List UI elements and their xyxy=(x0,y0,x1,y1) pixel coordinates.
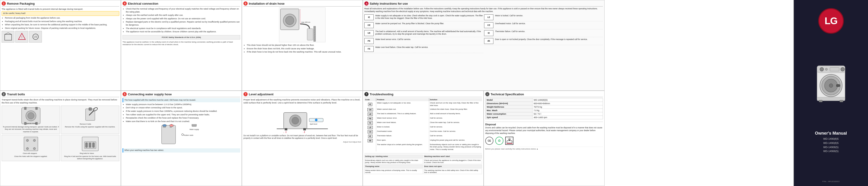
safety-row-oe: OE Water cannot be pumped out. The pump … xyxy=(364,22,483,29)
svg-point-36 xyxy=(26,147,29,150)
svg-rect-43 xyxy=(93,143,94,147)
drain-diagrams: max 100 cm xyxy=(243,7,361,42)
model-numbers: WD-1490(8)5 WD-1490(8)5 WD-14908(5) WD-1… xyxy=(815,137,847,153)
washer-svg xyxy=(812,61,849,103)
section-header-safety: ⚠ Safety instructions for use xyxy=(364,1,603,6)
safety-sym-te: tE xyxy=(484,30,493,36)
water-hose-note: The hose supplied with the machine must … xyxy=(123,98,240,102)
trouble-solution-4: Close the water tap. Call for service. xyxy=(429,121,482,125)
safety-intro: Read all instructions and explanations o… xyxy=(364,7,603,13)
svg-text:Hot: Hot xyxy=(170,126,172,128)
safety-sym-oe: OE xyxy=(364,22,374,28)
svg-text:Water supply: Water supply xyxy=(189,129,199,130)
trouble-row-4: FE Water over level failure. Close the w… xyxy=(364,121,482,125)
trouble-problem-9: The washer stops at a certain point duri… xyxy=(376,143,429,151)
svg-point-63 xyxy=(315,119,317,121)
section-title-troubleshooting: Troubleshooting xyxy=(370,93,394,96)
elec-bullet-6: The appliance must not be accessible by … xyxy=(126,30,240,33)
section-title-safety: Safety instructions for use xyxy=(370,2,408,5)
bottom-note: P/No. : MFL62182613 xyxy=(823,180,839,183)
trouble-row-5: LE Motor is locked. Call for service. xyxy=(364,125,482,129)
transit-diagram-1: special 4 bolts To prevent internal dama… xyxy=(2,105,60,134)
svg-text:Cold: Cold xyxy=(163,126,165,128)
trouble-thumping-text: Heavy woolen items may produce a thumpin… xyxy=(364,168,423,174)
trouble-row-7: tE Thermistor failure. Call for service. xyxy=(364,134,482,138)
spec-label-dims: Dimensions (W×D×H) xyxy=(486,102,532,105)
section-title-transit: Transit bolts xyxy=(7,93,25,96)
svg-text:special 4 bolts: special 4 bolts xyxy=(26,123,37,124)
safety-codes-grid: IE Water supply is not adequate or too s… xyxy=(364,14,603,54)
trouble-code-1: OE xyxy=(364,107,376,112)
trouble-solution-6: Cool the motor. Call for service. xyxy=(429,130,482,134)
svg-rect-41 xyxy=(86,143,87,147)
elec-bullet-2: Always use the earthed socket with the e… xyxy=(126,14,240,17)
transit-diagram-4-label: Ring the 4 bolt and the spanner for the … xyxy=(62,155,118,160)
manual-info: Owner's Manual WD-1490(8)5 WD-1490(8)5 W… xyxy=(815,131,847,153)
section-header-remove-packaging: 1 Remove Packaging xyxy=(2,1,119,6)
section-troubleshooting: ? Troubleshooting Code Problem Solution … xyxy=(363,91,484,186)
section-body-water: The hose supplied with the machine must … xyxy=(123,98,240,153)
section-header-drain: 6 Installation of drain hose xyxy=(243,1,361,6)
section-body-transit: Transport transit bolts retain the drum … xyxy=(2,98,119,161)
section-number-transit: 2 xyxy=(2,92,6,96)
safety-sym-ue: UE xyxy=(364,30,374,36)
water-hose-svg: Cold Hot Water supply Rubber seals xyxy=(160,124,202,147)
transit-diagram-1-label: To prevent internal damage during transp… xyxy=(3,126,59,133)
section-header-troubleshooting: ? Troubleshooting xyxy=(364,92,482,97)
svg-rect-42 xyxy=(89,143,91,147)
spec-label-water: Water consumption xyxy=(486,112,532,116)
safety-row-fe: FE Water over level failure. Close the w… xyxy=(364,46,483,53)
spec-value-wash: 7.0 kg xyxy=(532,109,603,112)
safety-row-de: dE Door is open or not locked properly. … xyxy=(484,38,603,45)
trouble-code-7: tE xyxy=(364,134,376,138)
svg-point-35 xyxy=(33,139,36,142)
svg-rect-59 xyxy=(304,128,306,130)
spec-value-spin: 400~1400 rpm xyxy=(532,116,603,119)
trouble-bottom-table: Setting up / starting noise Extraordinar… xyxy=(364,153,482,174)
section-body-remove-packaging: The appliance is fitted with transit bol… xyxy=(2,7,119,42)
model-3: WD-14908(5) xyxy=(815,145,847,150)
svg-point-72 xyxy=(820,67,824,71)
trouble-machine-wont-label: Washing machine won't start xyxy=(424,155,482,158)
trouble-code-4: FE xyxy=(364,121,376,125)
trouble-problem-0: Water supply is not adequate or too slow… xyxy=(376,101,429,107)
water-bullet-3: If the water supply pressure is more tha… xyxy=(126,110,240,113)
svg-rect-58 xyxy=(285,128,287,130)
elec-bullet-5: The electrical system must be in complia… xyxy=(126,27,240,30)
page-container: 1 Remove Packaging The appliance is fitt… xyxy=(0,0,868,186)
trouble-col-code: Code xyxy=(364,98,376,101)
section-body-drain: max 100 cm This drain hose should not be… xyxy=(243,7,361,54)
spec-row-wash: Max. Wash 7.0 kg xyxy=(486,109,603,112)
svg-rect-45 xyxy=(162,125,176,144)
section-body-level: Proper level adjustment of the washing m… xyxy=(243,98,361,144)
section-level-adjustment: 7 Level adjustment Proper level adjustme… xyxy=(242,91,363,186)
section-remove-packaging: 1 Remove Packaging The appliance is fitt… xyxy=(0,0,121,91)
svg-rect-29 xyxy=(89,107,92,111)
svg-rect-46 xyxy=(163,125,166,126)
trouble-row-6: CE Overheated motor. Cool the motor. Cal… xyxy=(364,130,482,134)
trouble-extra-col-right: Washing machine won't start Check and en… xyxy=(424,155,482,174)
trouble-problem-7: Thermistor failure. xyxy=(376,134,429,138)
section-header-electrical: 4 Electrical connection xyxy=(123,1,240,6)
svg-line-1 xyxy=(5,33,8,34)
elec-bullet-4: Replace damaged parts or the electric co… xyxy=(126,21,240,26)
weee-symbol xyxy=(505,137,514,145)
water-bullet-5: Receptacles check the condition of the h… xyxy=(126,117,240,120)
spec-label-model: Model xyxy=(486,98,532,102)
section-title-electrical: Electrical connection xyxy=(128,2,158,5)
svg-rect-68 xyxy=(507,141,512,143)
troubleshooting-body: Code Problem Solution IE Water supply is… xyxy=(364,98,482,174)
spec-value-model: WD-1490(8)(5) xyxy=(532,98,603,102)
safety-text-ue: The load is unbalanced. Add a small amou… xyxy=(375,30,483,36)
svg-rect-25 xyxy=(24,122,26,125)
trouble-solution-8: Unplug the power plug and call for servi… xyxy=(429,138,482,143)
svg-rect-82 xyxy=(840,100,843,102)
electrical-bullets: Check that the nominal voltage and frequ… xyxy=(123,7,240,33)
trouble-problem-4: Water over level failure. xyxy=(376,121,429,125)
model-1: WD-1490(8)5 xyxy=(815,137,847,141)
elec-bullet-3: Always use the power cord supplied with … xyxy=(126,17,240,20)
trouble-door-label: Door does not open xyxy=(424,165,482,168)
level-diagram-container: Spirit level ↓ ↑ Adjust foot xyxy=(243,105,361,133)
svg-rect-81 xyxy=(819,100,823,102)
safety-col-left: IE Water supply is not adequate or too s… xyxy=(364,14,483,54)
